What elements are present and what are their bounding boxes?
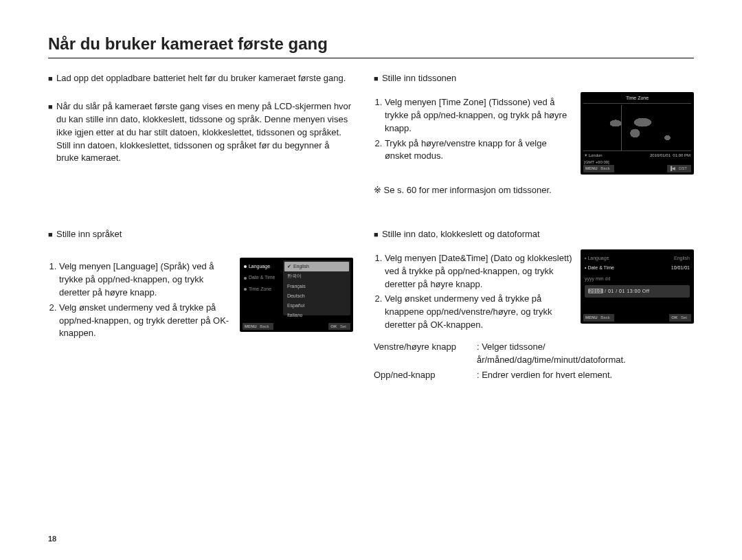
dt-row1-left: Language	[587, 256, 609, 260]
timezone-screen-mock: Time Zone ☀ London [GMT +00:00] 2010/01/…	[581, 92, 694, 175]
menu-item-language: Language	[244, 263, 282, 270]
tz-back-label: Back	[598, 166, 611, 171]
menu-back-label: Back	[258, 324, 271, 329]
dt-field: 2010 / 01 / 01 13:00 Off	[585, 285, 690, 298]
kv2-label: Opp/ned-knapp	[374, 369, 477, 382]
kv1-label: Venstre/høyre knapp	[374, 341, 477, 367]
dt-step-1: Velg menyen [Date&Time] (Dato og klokkes…	[385, 252, 574, 291]
page-title: Når du bruker kameraet første gang	[48, 34, 694, 58]
menu-set-label: Set	[338, 324, 348, 329]
dt-row2-right: 10/01/01	[671, 265, 690, 271]
bullet-icon: ■	[374, 72, 382, 85]
lang-opt-english: English	[284, 262, 349, 271]
dt-set-label: Set	[679, 315, 689, 320]
tz-note: ※ Se s. 60 for mer informasjon om tidsso…	[374, 184, 694, 197]
lang-step-2: Velg ønsket undermeny ved å trykke på op…	[59, 302, 233, 341]
menu-item-datetime: Date & Time	[244, 274, 282, 281]
lang-opt-italiano: Italiano	[284, 311, 349, 320]
dt-back-btn: MENU	[585, 315, 598, 320]
dt-heading: Stille inn dato, klokkeslett og datoform…	[382, 228, 694, 241]
lang-opt-deutsch: Deutsch	[284, 291, 349, 301]
kv1-value: : Velger tidssone/år/måned/dag/time/minu…	[477, 341, 694, 367]
bullet-icon: ■	[374, 228, 382, 241]
dt-row1-right: English	[674, 255, 690, 262]
tz-time: 01:00 PM	[673, 153, 690, 157]
tz-dst-btn: ▐◀	[669, 166, 675, 170]
lang-opt-korean: 한국어	[284, 271, 349, 281]
language-screen-mock: Language Date & Time Time Zone English 한…	[240, 258, 353, 332]
dt-format: yyyy mm dd	[585, 276, 690, 282]
lang-heading: Stille inn språket	[56, 228, 353, 241]
menu-item-timezone: Time Zone	[244, 286, 282, 293]
page-number: 18	[48, 535, 56, 543]
tz-step-2: Trykk på høyre/venstre knapp for å velge…	[385, 137, 574, 164]
world-map-icon	[583, 105, 691, 151]
tz-gmt: [GMT +00:00]	[584, 159, 609, 166]
dt-field-year: 2010	[588, 289, 603, 293]
tz-date: 2010/01/01	[650, 153, 671, 157]
lang-step-1: Velg menyen [Language] (Språk) ved å try…	[59, 260, 233, 300]
lang-opt-francais: Français	[284, 282, 349, 291]
intro-2: Når du slår på kameraet første gang vise…	[56, 100, 353, 165]
dt-row2-left: Date & Time	[587, 265, 614, 270]
menu-back-btn: MENU	[245, 324, 257, 328]
bullet-icon: ■	[48, 228, 56, 241]
kv2-value: : Endrer verdien for hvert element.	[477, 369, 694, 382]
lang-opt-espanol: Español	[284, 301, 349, 311]
dt-field-rest: / 01 / 01 13:00 Off	[603, 289, 650, 293]
tz-dst-label: DST	[677, 166, 689, 171]
tz-heading: Stille inn tidssonen	[382, 72, 694, 85]
tz-back-btn: MENU	[585, 166, 598, 170]
dt-back-label: Back	[598, 315, 611, 320]
tz-screen-title: Time Zone	[583, 95, 691, 104]
dt-step-2: Velg ønsket undermeny ved å trykke på kn…	[385, 293, 574, 332]
tz-step-1: Velg menyen [Time Zone] (Tidssone) ved å…	[385, 96, 574, 135]
bullet-icon: ■	[48, 72, 56, 85]
tz-city: London	[589, 153, 603, 157]
menu-set-btn: OK	[330, 324, 337, 328]
bullet-icon: ■	[48, 100, 56, 165]
intro-1: Lad opp det oppladbare batteriet helt fø…	[56, 72, 353, 85]
datetime-screen-mock: • Language English • Date & Time 10/01/0…	[581, 249, 694, 324]
dt-set-btn: OK	[671, 315, 677, 320]
